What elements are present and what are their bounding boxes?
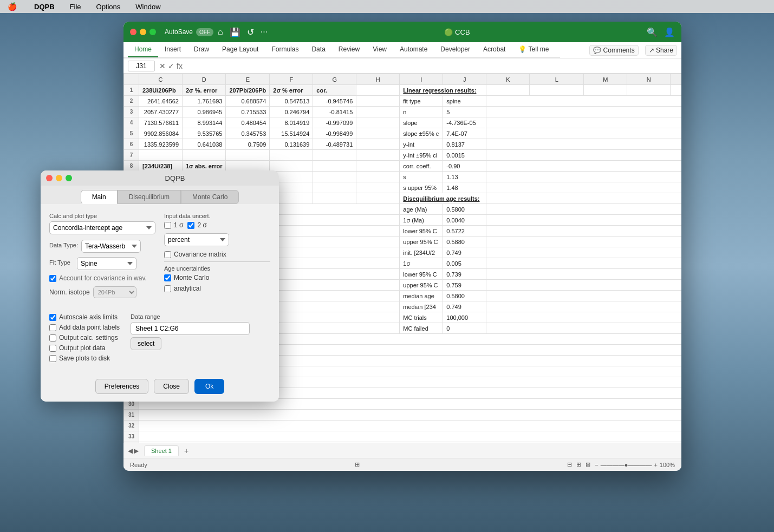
cell-f2[interactable]: 0.547513 [270, 96, 313, 107]
cell-f5[interactable]: 15.514924 [270, 128, 313, 139]
zoom-out-icon[interactable]: − [595, 462, 598, 468]
tab-view[interactable]: View [366, 42, 393, 57]
col-header-n[interactable]: N [627, 74, 671, 85]
tab-draw[interactable]: Draw [187, 42, 216, 57]
tab-insert[interactable]: Insert [158, 42, 187, 57]
cell-c3[interactable]: 2057.430277 [139, 107, 183, 117]
page-break-view-icon[interactable]: ⊠ [586, 461, 590, 468]
cell-e1[interactable]: 207Pb/206Pb [226, 85, 270, 96]
formula-input[interactable] [187, 62, 677, 70]
monte-carlo-row[interactable]: Monte Carlo [164, 274, 270, 281]
cell-c1[interactable]: 238U/206Pb [139, 85, 183, 96]
tab-page-layout[interactable]: Page Layout [216, 42, 265, 57]
data-type-select[interactable]: Tera-Wasserb [81, 240, 141, 253]
cell-d3[interactable]: 0.986945 [183, 107, 226, 117]
sigma1-label[interactable]: 1 σ [164, 221, 183, 229]
tab-review[interactable]: Review [332, 42, 366, 57]
cell-reference[interactable] [128, 61, 155, 71]
tab-data[interactable]: Data [305, 42, 331, 57]
more-icon[interactable]: ··· [261, 27, 268, 37]
cell-e6[interactable]: 0.7509 [226, 139, 270, 150]
cell-d2[interactable]: 1.761693 [183, 96, 226, 107]
comments-button[interactable]: 💬 Comments [589, 45, 638, 56]
undo-icon[interactable]: ↺ [247, 27, 254, 37]
minimize-button[interactable] [140, 29, 146, 35]
cell-e5[interactable]: 0.345753 [226, 128, 270, 139]
search-icon[interactable]: 🔍 [647, 27, 658, 37]
cell-f1[interactable]: 2σ % error [270, 85, 313, 96]
col-header-k[interactable]: K [486, 74, 530, 85]
dialog-maximize-button[interactable] [66, 175, 72, 181]
cell-g1[interactable]: cor. [313, 85, 356, 96]
cell-g5[interactable]: -0.998499 [313, 128, 356, 139]
monte-carlo-checkbox[interactable] [164, 274, 171, 281]
preferences-button[interactable]: Preferences [95, 379, 149, 394]
calc-plot-select[interactable]: Concordia-intercept age [49, 221, 155, 234]
home-icon[interactable]: ⌂ [218, 27, 223, 37]
select-range-button[interactable]: select [131, 337, 161, 350]
confirm-formula-icon[interactable]: ✓ [168, 62, 174, 70]
sigma2-checkbox[interactable] [187, 222, 194, 229]
cell-e3[interactable]: 0.715533 [226, 107, 270, 117]
cell-g6[interactable]: -0.489731 [313, 139, 356, 150]
data-range-input[interactable] [131, 322, 250, 335]
cell-d8[interactable]: 1σ abs. error [183, 161, 226, 172]
percent-select[interactable]: percent [164, 233, 229, 246]
sheet-prev-icon[interactable]: ◀ [128, 447, 133, 455]
analytical-checkbox[interactable] [164, 285, 171, 292]
add-sheet-button[interactable]: + [181, 446, 192, 455]
col-header-f[interactable]: F [270, 74, 313, 85]
sheet-next-icon[interactable]: ▶ [134, 447, 139, 455]
fit-type-select[interactable]: Spine [77, 257, 136, 270]
cell-c6[interactable]: 1335.923599 [139, 139, 183, 150]
tab-formulas[interactable]: Formulas [265, 42, 305, 57]
cell-g2[interactable]: -0.945746 [313, 96, 356, 107]
col-header-e[interactable]: E [226, 74, 270, 85]
menu-options[interactable]: Options [93, 2, 124, 12]
cell-c4[interactable]: 7130.576611 [139, 117, 183, 128]
app-name[interactable]: DQPB [31, 2, 58, 12]
dialog-minimize-button[interactable] [56, 175, 62, 181]
cell-c8[interactable]: [234U/238] [139, 161, 183, 172]
cell-c5[interactable]: 9902.856084 [139, 128, 183, 139]
cell-f6[interactable]: 0.131639 [270, 139, 313, 150]
col-header-i[interactable]: I [400, 74, 443, 85]
save-plots-checkbox[interactable] [49, 355, 56, 362]
col-header-g[interactable]: G [313, 74, 356, 85]
cell-g3[interactable]: -0.81415 [313, 107, 356, 117]
output-plot-checkbox[interactable] [49, 345, 56, 352]
zoom-slider[interactable]: ————●———— [601, 462, 652, 468]
norm-isotope-select[interactable]: 204Pb [93, 286, 136, 298]
tab-tell-me[interactable]: 💡 Tell me [512, 42, 555, 57]
menu-file[interactable]: File [67, 2, 84, 12]
dialog-close-button[interactable] [46, 175, 53, 181]
maximize-button[interactable] [149, 29, 156, 35]
profile-icon[interactable]: 👤 [664, 27, 675, 37]
normal-view-icon[interactable]: ⊟ [567, 461, 572, 468]
col-header-d[interactable]: D [183, 74, 226, 85]
sigma2-label[interactable]: 2 σ [187, 221, 206, 229]
account-covariance-checkbox[interactable] [49, 275, 56, 282]
add-labels-checkbox[interactable] [49, 324, 56, 331]
cell-e2[interactable]: 0.688574 [226, 96, 270, 107]
tab-acrobat[interactable]: Acrobat [477, 42, 512, 57]
share-button[interactable]: ↗ Share [645, 45, 677, 56]
ok-button[interactable]: Ok [194, 379, 224, 394]
menu-window[interactable]: Window [132, 2, 164, 12]
col-header-o[interactable]: O [671, 74, 681, 85]
save-icon[interactable]: 💾 [230, 27, 240, 37]
close-button[interactable]: Close [154, 379, 189, 394]
sheet-tab-1[interactable]: Sheet 1 [144, 445, 179, 456]
close-button[interactable] [130, 29, 136, 35]
autoscale-checkbox[interactable] [49, 314, 56, 321]
zoom-control[interactable]: − ————●———— + 100% [595, 462, 675, 468]
col-header-c[interactable]: C [139, 74, 183, 85]
cancel-formula-icon[interactable]: ✕ [159, 62, 166, 70]
cell-d6[interactable]: 0.641038 [183, 139, 226, 150]
cell-f4[interactable]: 8.014919 [270, 117, 313, 128]
col-header-h[interactable]: H [356, 74, 400, 85]
analytical-row[interactable]: analytical [164, 285, 270, 292]
page-layout-view-icon[interactable]: ⊞ [576, 461, 581, 468]
cell-f3[interactable]: 0.246794 [270, 107, 313, 117]
cell-e4[interactable]: 0.480454 [226, 117, 270, 128]
